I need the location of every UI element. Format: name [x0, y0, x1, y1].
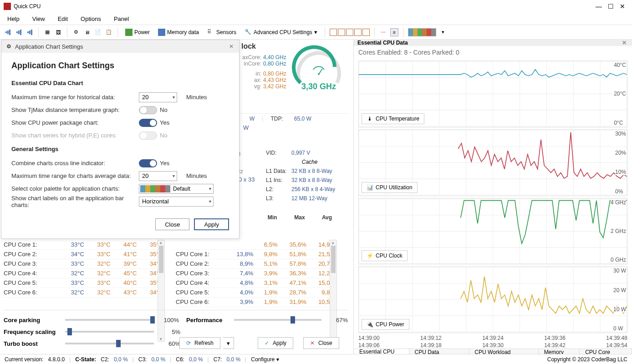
- util-heads: Min Max Avg: [237, 214, 341, 221]
- avgtime-dropdown[interactable]: 20: [139, 171, 177, 181]
- pkg-label: Show CPU power package chart:: [11, 119, 139, 126]
- clock-ghz: 3,30 GHz: [291, 82, 346, 91]
- bars-icon-3[interactable]: [25, 28, 34, 36]
- maximize-icon[interactable]: ☐: [605, 2, 617, 11]
- menu-edit[interactable]: Edit: [56, 15, 70, 23]
- menubar: Help View Edit Options Panel: [0, 13, 632, 25]
- table-row: CPU Core 2:8,9%5,1%57,8%20,7%: [174, 259, 337, 268]
- tab-memory-data[interactable]: Memory Data: [539, 349, 580, 354]
- tjmax-toggle[interactable]: [139, 106, 157, 114]
- battery-icon: [125, 29, 133, 36]
- maxtime-label: Maximum time range for historical data:: [11, 94, 139, 101]
- memory-icon: [158, 29, 165, 36]
- gears-icon: ⚙: [5, 43, 12, 50]
- chart-cpu-utilization: 30%20%10%0%📊CPU Utilization: [358, 129, 627, 196]
- app-icon: [4, 3, 11, 10]
- section-essential: Essential CPU Data Chart: [11, 80, 229, 86]
- dialog-title: Application Chart Settings: [11, 61, 229, 71]
- right-subtitle: Cores Enabled: 8 - Cores Parked: 0: [354, 46, 632, 59]
- tjmax-label: Show TjMax distance temperature graph:: [11, 106, 139, 113]
- trend-icon[interactable]: 〰: [379, 28, 387, 36]
- minimize-icon[interactable]: —: [593, 2, 605, 11]
- freq-slider[interactable]: [65, 331, 154, 333]
- tab-cpu-workload-delegation[interactable]: CPU Workload Delegation: [469, 349, 538, 354]
- tab-cpu-core-parking[interactable]: CPU Core Parking: [580, 349, 632, 354]
- refresh-split[interactable]: ▾: [223, 337, 234, 349]
- menu-view[interactable]: View: [31, 15, 47, 23]
- grid-icon[interactable]: ▦: [43, 28, 51, 36]
- apply-main-button[interactable]: ✓Apply: [258, 337, 293, 349]
- chart-badge: 🌡CPU Temperature: [362, 113, 424, 124]
- minutes-label: Minutes: [186, 94, 207, 101]
- menu-help[interactable]: Help: [5, 15, 21, 23]
- doc-icon[interactable]: 📄: [94, 28, 102, 36]
- image-icon[interactable]: 🖼: [54, 28, 62, 36]
- hybrid-toggle: [139, 131, 157, 140]
- table-row: CPU Core 5:4,0%1,9%28,7%9,8%: [174, 288, 337, 297]
- configure-link[interactable]: Configure ▾: [251, 356, 279, 363]
- freq-label: Frequency scaling: [4, 329, 65, 335]
- perf-label: Performance: [186, 317, 234, 324]
- labels-dropdown[interactable]: Horizontal: [139, 197, 214, 207]
- advanced-button[interactable]: 🔧Advanced CPU Settings ▾: [242, 28, 320, 37]
- statusbar: Current version:4.8.0.0 | C-State: C2:0,…: [0, 354, 632, 364]
- dialog-close-icon[interactable]: ✕: [227, 42, 235, 51]
- parking-label: Core parking: [4, 317, 65, 324]
- bars-icon-1[interactable]: [4, 28, 12, 36]
- layout-squares[interactable]: [330, 29, 370, 36]
- refresh-button[interactable]: ⟳Refresh: [179, 337, 220, 349]
- tab-cpu-data-distribution[interactable]: CPU Data Distribution: [409, 349, 469, 354]
- bars-icon-2[interactable]: [15, 28, 23, 36]
- menu-panel[interactable]: Panel: [112, 15, 131, 23]
- wrench-icon: 🔧: [245, 29, 252, 36]
- table-row: CPU Core 1:13,8%9,8%51,8%21,5%: [174, 249, 337, 259]
- right-tabs: Essential CPU DataCPU Data DistributionC…: [354, 349, 632, 354]
- labels-label: Show chart labels on all the application…: [11, 195, 139, 208]
- parking-slider[interactable]: [65, 319, 153, 321]
- chart-badge-icon: 🔌: [367, 321, 373, 328]
- close-main-button[interactable]: ✕Close: [303, 337, 339, 349]
- right-title: Essential CPU Data: [357, 40, 620, 46]
- list-icon[interactable]: ≡: [390, 28, 398, 36]
- dialog-header-title: Application Chart Settings: [15, 43, 227, 50]
- palette-dropdown[interactable]: Default: [139, 184, 214, 194]
- memory-button[interactable]: Memory data: [155, 28, 202, 37]
- sensors-button[interactable]: ⠿Sensors: [204, 28, 239, 37]
- pkg-toggle[interactable]: [139, 119, 157, 127]
- table-row: CPU Core 4:4,8%3,1%47,1%15,0%: [174, 278, 337, 288]
- table-row: CPU Core 3:7,4%3,9%36,3%12,2%: [174, 268, 337, 278]
- close-icon[interactable]: ✕: [617, 2, 628, 11]
- apply-button[interactable]: Apply: [194, 218, 229, 230]
- monitor-icon[interactable]: 🖥: [83, 28, 91, 36]
- gear-icon[interactable]: ⚙: [72, 28, 80, 36]
- chart-badge: ⚡CPU Clock: [362, 250, 408, 261]
- clock-gauge: 3,30 GHz: [291, 44, 346, 94]
- sensors-icon: ⠿: [207, 29, 214, 36]
- power-button[interactable]: Power: [122, 28, 153, 37]
- tab-essential-cpu-data[interactable]: Essential CPU Data: [354, 349, 409, 354]
- maxtime-dropdown[interactable]: 20: [139, 92, 177, 102]
- svg-point-1: [318, 73, 320, 75]
- crossline-label: Combine charts cross line indicator:: [11, 160, 139, 167]
- perf-slider[interactable]: [234, 319, 321, 321]
- doc2-icon[interactable]: 📋: [105, 28, 113, 36]
- close-button[interactable]: Close: [155, 218, 189, 230]
- table-row: 6,5%35,6%14,9%: [174, 240, 337, 249]
- x-icon: ✕: [310, 340, 315, 346]
- palette-preview[interactable]: [408, 28, 436, 36]
- clock-title: lock: [241, 42, 256, 51]
- turbo-slider[interactable]: [65, 343, 154, 344]
- cache-info: VID:0,997 V Cache L1 Data:32 KB x 8 8-Wa…: [266, 150, 335, 204]
- table-row: CPU Core 6:3,9%1,9%31,9%10,5%: [174, 297, 337, 307]
- table-row: CPU Core 5:33°C33°C40°C35°C: [2, 278, 165, 288]
- chart-cpu-clock: 4 GHz2 GHz0 GHz⚡CPU Clock: [358, 198, 627, 265]
- turbo-label: Turbo boost: [4, 340, 65, 347]
- head-blank: [237, 214, 259, 221]
- palette-dropdown-icon[interactable]: ▾: [439, 28, 447, 36]
- menu-options[interactable]: Options: [79, 15, 103, 23]
- right-close-icon[interactable]: ✕: [620, 40, 628, 46]
- section-general: General Settings: [11, 146, 229, 152]
- table-row: CPU Core 2:34°C33°C41°C35°C: [2, 249, 165, 259]
- svg-line-0: [319, 69, 322, 74]
- crossline-toggle[interactable]: [139, 159, 157, 167]
